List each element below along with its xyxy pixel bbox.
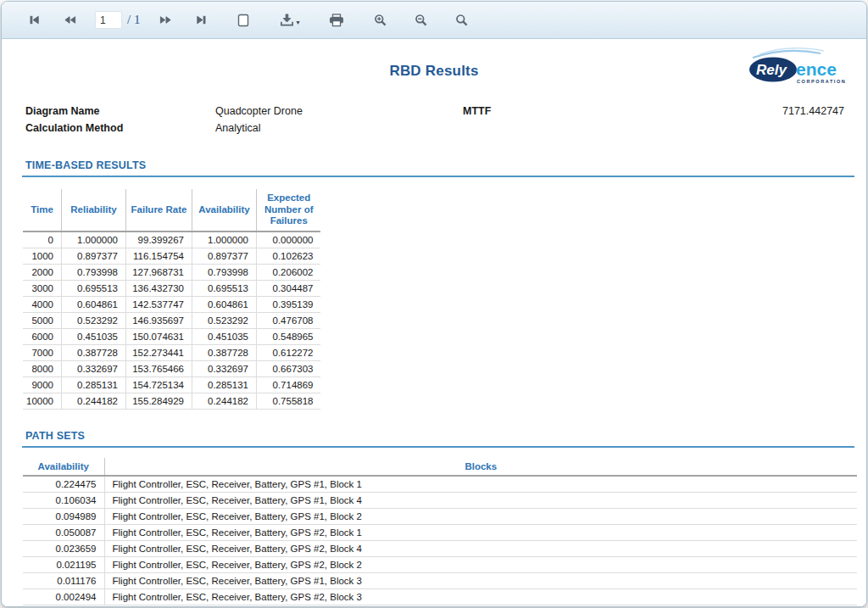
- table-cell: Flight Controller, ESC, Receiver, Batter…: [104, 524, 857, 540]
- calculation-method-value: Analytical: [215, 122, 463, 134]
- next-page-button[interactable]: [152, 8, 179, 33]
- table-header-row: Time Reliability Failure Rate Availabili…: [23, 189, 320, 231]
- table-row: 70000.387728152.2734410.3877280.612272: [23, 344, 320, 360]
- col-blocks: Blocks: [104, 458, 857, 476]
- download-dropdown-caret-icon[interactable]: ▾: [296, 19, 299, 26]
- table-cell: 0.387728: [192, 344, 256, 360]
- table-cell: Flight Controller, ESC, Receiver, Batter…: [104, 556, 857, 572]
- table-cell: 0.102623: [256, 248, 320, 264]
- table-cell: 0.387728: [61, 344, 125, 360]
- table-cell: 155.284929: [125, 393, 192, 409]
- col-reliability: Reliability: [61, 189, 125, 231]
- table-cell: 0.793998: [61, 264, 125, 280]
- table-cell: 0.476708: [256, 312, 320, 328]
- table-cell: 0.285131: [192, 377, 256, 393]
- svg-text:CORPORATION: CORPORATION: [797, 79, 846, 84]
- table-cell: 0.050087: [23, 524, 104, 540]
- svg-text:ence: ence: [796, 59, 837, 79]
- first-page-button[interactable]: [20, 8, 47, 33]
- table-row: 0.023659Flight Controller, ESC, Receiver…: [23, 540, 857, 556]
- table-cell: 0.304487: [256, 280, 320, 296]
- table-cell: 0.094989: [23, 508, 104, 524]
- table-cell: 1.000000: [61, 231, 125, 248]
- table-cell: 136.432730: [125, 280, 192, 296]
- table-cell: 0.523292: [192, 312, 256, 328]
- zoom-out-button[interactable]: [408, 8, 435, 33]
- table-cell: Flight Controller, ESC, Receiver, Batter…: [104, 588, 857, 605]
- pager: / 1: [95, 11, 140, 29]
- first-page-icon: [28, 14, 41, 26]
- col-availability: Availability: [192, 189, 256, 231]
- table-cell: 0.206002: [256, 264, 320, 280]
- table-row: 0.050087Flight Controller, ESC, Receiver…: [23, 524, 857, 540]
- table-cell: Flight Controller, ESC, Receiver, Batter…: [104, 492, 857, 508]
- table-row: 0.224475Flight Controller, ESC, Receiver…: [23, 476, 857, 493]
- table-row: 100000.244182155.2849290.2441820.755818: [23, 393, 320, 409]
- table-row: 10000.897377116.1547540.8973770.102623: [23, 248, 320, 264]
- table-cell: 0.897377: [192, 248, 256, 264]
- zoom-button[interactable]: [448, 8, 476, 33]
- table-cell: 0.451035: [61, 328, 125, 344]
- table-row: 40000.604861142.5377470.6048610.395139: [23, 296, 320, 312]
- mttf-label: MTTF: [463, 105, 598, 117]
- download-icon: [279, 13, 295, 27]
- zoom-in-button[interactable]: [367, 8, 394, 33]
- table-cell: 0.244182: [192, 393, 256, 409]
- table-cell: 153.765466: [125, 360, 192, 377]
- table-cell: 0.395139: [256, 296, 320, 312]
- page-count-label: / 1: [127, 13, 140, 27]
- next-page-icon: [159, 14, 173, 26]
- table-cell: 8000: [23, 360, 61, 377]
- table-cell: 154.725134: [125, 377, 192, 393]
- table-cell: 0.548965: [256, 328, 320, 344]
- page-number-input[interactable]: [95, 11, 122, 29]
- single-page-view-button[interactable]: [230, 8, 257, 33]
- table-cell: Flight Controller, ESC, Receiver, Batter…: [104, 540, 857, 556]
- calculation-method-label: Calculation Method: [25, 122, 215, 134]
- table-row: 0.021195Flight Controller, ESC, Receiver…: [23, 556, 857, 572]
- last-page-button[interactable]: [187, 8, 214, 33]
- table-row: 90000.285131154.7251340.2851310.714869: [23, 377, 320, 393]
- previous-page-button[interactable]: [56, 8, 83, 33]
- table-cell: 1.000000: [192, 231, 256, 248]
- zoom-in-icon: [374, 14, 387, 27]
- table-row: 0.011176Flight Controller, ESC, Receiver…: [23, 572, 857, 588]
- report-page: RBD Results Rely ence CORPORATION Diagra…: [2, 39, 866, 606]
- table-cell: 127.968731: [125, 264, 192, 280]
- table-cell: 0.667303: [256, 360, 320, 377]
- table-row: 30000.695513136.4327300.6955130.304487: [23, 280, 320, 296]
- table-cell: 0.332697: [192, 360, 256, 377]
- table-cell: 0.011176: [23, 572, 104, 588]
- previous-page-icon: [63, 14, 77, 26]
- table-cell: Flight Controller, ESC, Receiver, Batter…: [104, 476, 857, 493]
- table-cell: 1000: [23, 248, 61, 264]
- table-cell: 0.106034: [23, 492, 104, 508]
- table-cell: 0.695513: [61, 280, 125, 296]
- table-cell: 116.154754: [125, 248, 192, 264]
- col-failure-rate: Failure Rate: [125, 189, 192, 231]
- section-path-sets: PATH SETS: [22, 430, 854, 448]
- table-cell: 0.604861: [192, 296, 256, 312]
- table-row: 0.002494Flight Controller, ESC, Receiver…: [23, 588, 857, 605]
- svg-text:Rely: Rely: [756, 62, 787, 78]
- table-cell: 3000: [23, 280, 61, 296]
- col-time: Time: [23, 189, 61, 231]
- relyence-logo: Rely ence CORPORATION: [748, 47, 849, 92]
- table-cell: 0.897377: [61, 248, 125, 264]
- table-row: 0.106034Flight Controller, ESC, Receiver…: [23, 492, 857, 508]
- report-info: Diagram Name Quadcopter Drone MTTF 7171.…: [25, 105, 844, 134]
- print-button[interactable]: [323, 8, 350, 33]
- table-cell: 0.451035: [192, 328, 256, 344]
- section-time-based-results: TIME-BASED RESULTS: [22, 159, 854, 177]
- download-button[interactable]: ▾: [272, 8, 306, 33]
- table-cell: 4000: [23, 296, 61, 312]
- table-cell: Flight Controller, ESC, Receiver, Batter…: [104, 572, 857, 588]
- col-availability: Availability: [23, 458, 104, 476]
- table-cell: 150.074631: [125, 328, 192, 344]
- last-page-icon: [195, 14, 208, 26]
- table-cell: 0.755818: [256, 393, 320, 409]
- table-cell: 0.023659: [23, 540, 104, 556]
- table-cell: 0.021195: [23, 556, 104, 572]
- table-cell: 0.604861: [61, 296, 125, 312]
- table-cell: 0.714869: [256, 377, 320, 393]
